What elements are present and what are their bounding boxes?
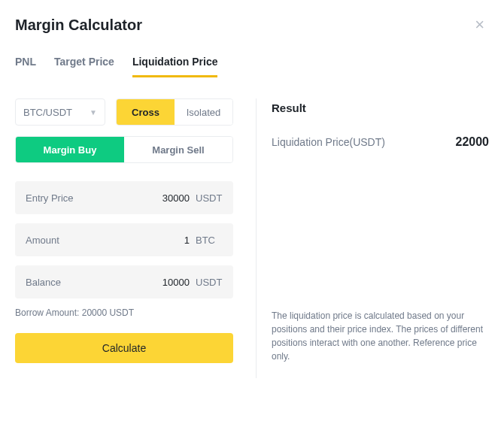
result-disclaimer: The liquidation price is calculated base… [272,309,489,363]
header: Margin Calculator × [15,15,489,35]
balance-input[interactable] [122,277,190,288]
page-title: Margin Calculator [15,17,142,34]
close-icon[interactable]: × [470,15,489,35]
mode-cross-button[interactable]: Cross [117,99,175,125]
amount-label: Amount [26,235,122,246]
form-panel: BTC/USDT ▼ Cross Isolated Margin Buy Mar… [15,98,256,378]
amount-unit: BTC [196,235,223,246]
result-panel: Result Liquidation Price(USDT) 22000 The… [256,98,489,378]
calculate-button[interactable]: Calculate [15,333,233,363]
tab-pnl[interactable]: PNL [15,56,36,77]
balance-field: Balance USDT [15,265,233,298]
result-title: Result [272,101,489,114]
entry-price-label: Entry Price [26,192,122,204]
tab-liquidation-price[interactable]: Liquidation Price [132,56,218,77]
balance-label: Balance [26,277,122,288]
pair-select-value: BTC/USDT [23,107,72,118]
margin-sell-button[interactable]: Margin Sell [124,137,232,162]
side-toggle: Margin Buy Margin Sell [15,136,233,163]
result-row-liquidation: Liquidation Price(USDT) 22000 [272,135,489,149]
tab-target-price[interactable]: Target Price [54,56,114,77]
mode-toggle: Cross Isolated [116,98,233,126]
liquidation-price-label: Liquidation Price(USDT) [272,136,385,148]
mode-isolated-button[interactable]: Isolated [175,99,232,125]
entry-price-field: Entry Price USDT [15,181,233,214]
chevron-down-icon: ▼ [90,108,97,117]
tabs: PNL Target Price Liquidation Price [15,56,489,77]
pair-select[interactable]: BTC/USDT ▼ [15,98,105,126]
amount-input[interactable] [122,235,190,246]
borrow-amount-text: Borrow Amount: 20000 USDT [15,307,233,318]
entry-price-unit: USDT [196,192,223,204]
margin-buy-button[interactable]: Margin Buy [16,137,124,162]
entry-price-input[interactable] [122,192,190,204]
liquidation-price-value: 22000 [456,135,490,149]
amount-field: Amount BTC [15,223,233,256]
balance-unit: USDT [196,277,223,288]
